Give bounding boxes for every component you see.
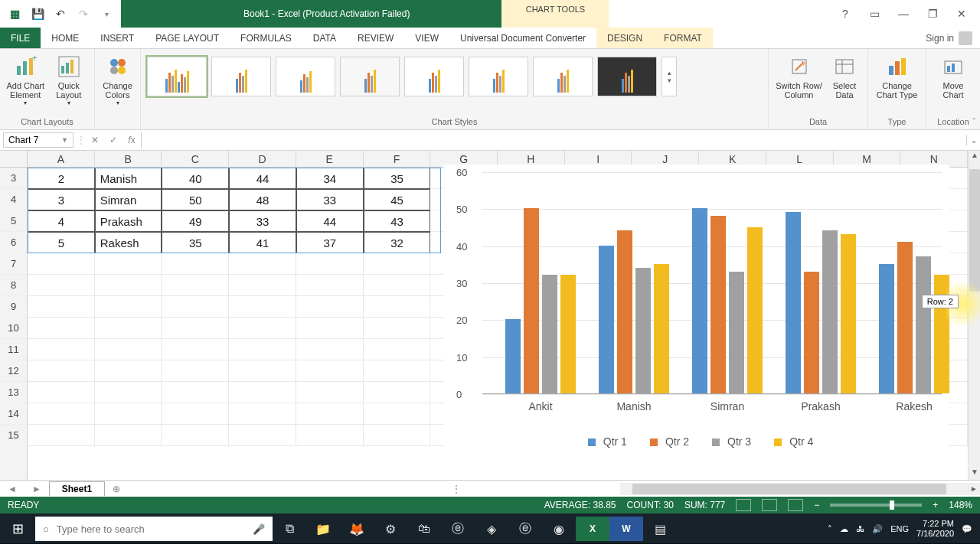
quick-layout-button[interactable]: Quick Layout▾: [50, 52, 89, 106]
chart-styles-more-button[interactable]: ▴▾: [662, 57, 677, 96]
cell[interactable]: 32: [364, 232, 431, 253]
cell[interactable]: [162, 425, 229, 446]
qat-customize-icon[interactable]: ▾: [100, 10, 113, 18]
cell[interactable]: [229, 339, 296, 360]
change-chart-type-button[interactable]: Change Chart Type: [874, 52, 920, 99]
normal-view-button[interactable]: [736, 499, 751, 511]
name-box[interactable]: Chart 7▼: [3, 132, 74, 148]
cell[interactable]: [95, 360, 162, 382]
cell[interactable]: 48: [229, 189, 296, 210]
restore-button[interactable]: ❐: [925, 8, 940, 20]
cell[interactable]: [296, 382, 364, 403]
cell[interactable]: [162, 360, 229, 382]
cell[interactable]: 43: [364, 210, 431, 232]
app-icon-2[interactable]: ▤: [643, 522, 677, 536]
cell[interactable]: [28, 275, 95, 296]
page-layout-view-button[interactable]: [762, 499, 777, 511]
column-header[interactable]: A: [28, 151, 95, 167]
file-explorer-icon[interactable]: 📁: [306, 522, 340, 536]
expand-formula-bar-icon[interactable]: ⌄: [966, 135, 980, 145]
cell[interactable]: Rakesh: [95, 232, 162, 253]
cell[interactable]: [364, 403, 431, 425]
cell[interactable]: [28, 253, 95, 275]
row-header[interactable]: 9: [0, 296, 27, 318]
undo-icon[interactable]: ↶: [54, 8, 67, 20]
row-header[interactable]: 10: [0, 318, 27, 339]
start-button[interactable]: ⊞: [0, 520, 35, 537]
tab-formulas[interactable]: FORMULAS: [230, 28, 302, 48]
cell[interactable]: 45: [364, 189, 431, 210]
cell[interactable]: Prakash: [95, 210, 162, 232]
cell[interactable]: 5: [28, 232, 95, 253]
zoom-in-button[interactable]: +: [933, 500, 938, 510]
taskbar-clock[interactable]: 7:22 PM7/16/2020: [916, 519, 954, 539]
sign-in-link[interactable]: Sign in: [918, 28, 980, 48]
cell[interactable]: [229, 425, 296, 446]
cell[interactable]: [95, 253, 162, 275]
cell[interactable]: [28, 403, 95, 425]
cell[interactable]: [364, 360, 431, 382]
cell[interactable]: 2: [28, 168, 95, 189]
cell[interactable]: 33: [229, 210, 296, 232]
cell[interactable]: [296, 403, 364, 425]
cell[interactable]: [229, 253, 296, 275]
cell[interactable]: [229, 275, 296, 296]
page-break-view-button[interactable]: [788, 499, 803, 511]
row-headers[interactable]: 3456789101112131415: [0, 168, 28, 480]
cell[interactable]: [95, 425, 162, 446]
row-header[interactable]: 11: [0, 339, 27, 360]
chart-style-6[interactable]: [469, 57, 528, 96]
cell[interactable]: [162, 403, 229, 425]
cell[interactable]: [95, 296, 162, 318]
tab-insert[interactable]: INSERT: [90, 28, 145, 48]
cell[interactable]: 44: [229, 168, 296, 189]
cell[interactable]: [229, 318, 296, 339]
cell[interactable]: [364, 253, 431, 275]
cell[interactable]: 33: [296, 189, 364, 210]
app-icon-1[interactable]: ◈: [475, 522, 508, 536]
cell[interactable]: [229, 403, 296, 425]
cell[interactable]: [364, 296, 431, 318]
sheet-tab-sheet1[interactable]: Sheet1: [49, 481, 105, 496]
cell[interactable]: [296, 318, 364, 339]
cell[interactable]: [95, 318, 162, 339]
cell[interactable]: [28, 360, 95, 382]
cell[interactable]: [162, 318, 229, 339]
scroll-right-icon[interactable]: ►: [968, 484, 980, 493]
cell[interactable]: [364, 318, 431, 339]
cell[interactable]: Simran: [95, 189, 162, 210]
volume-icon[interactable]: 🔊: [872, 524, 883, 534]
cell[interactable]: 35: [364, 168, 431, 189]
chrome-icon[interactable]: ◉: [542, 522, 576, 536]
cell[interactable]: 3: [28, 189, 95, 210]
store-icon[interactable]: 🛍: [407, 522, 441, 536]
minimize-button[interactable]: —: [896, 8, 911, 20]
mic-icon[interactable]: 🎤: [253, 523, 265, 535]
embedded-chart[interactable]: 0102030405060AnkitManishSimranPrakashRak…: [444, 165, 949, 455]
cell[interactable]: [28, 296, 95, 318]
column-header[interactable]: B: [95, 151, 162, 167]
edge-icon[interactable]: ⓔ: [508, 521, 542, 537]
task-view-icon[interactable]: ⧉: [273, 522, 306, 536]
cell[interactable]: [296, 296, 364, 318]
ie-icon[interactable]: ⓔ: [441, 521, 475, 537]
tab-data[interactable]: DATA: [302, 28, 347, 48]
cell[interactable]: [28, 318, 95, 339]
cell[interactable]: [296, 275, 364, 296]
chart-style-3[interactable]: [276, 57, 335, 96]
language-indicator[interactable]: ENG: [890, 524, 909, 533]
row-header[interactable]: 7: [0, 253, 27, 275]
onedrive-icon[interactable]: ☁: [840, 524, 848, 534]
close-button[interactable]: ✕: [954, 8, 969, 20]
cell[interactable]: [95, 339, 162, 360]
collapse-ribbon-icon[interactable]: ˆ: [973, 118, 975, 126]
row-header[interactable]: 4: [0, 189, 27, 210]
cell[interactable]: [95, 382, 162, 403]
cell[interactable]: [162, 275, 229, 296]
cell[interactable]: [296, 339, 364, 360]
cancel-formula-icon[interactable]: ✕: [86, 135, 104, 145]
move-chart-button[interactable]: Move Chart: [933, 52, 974, 99]
cell[interactable]: [296, 425, 364, 446]
redo-icon[interactable]: ↷: [77, 8, 90, 20]
sheet-nav-next-icon[interactable]: ►: [24, 484, 49, 494]
